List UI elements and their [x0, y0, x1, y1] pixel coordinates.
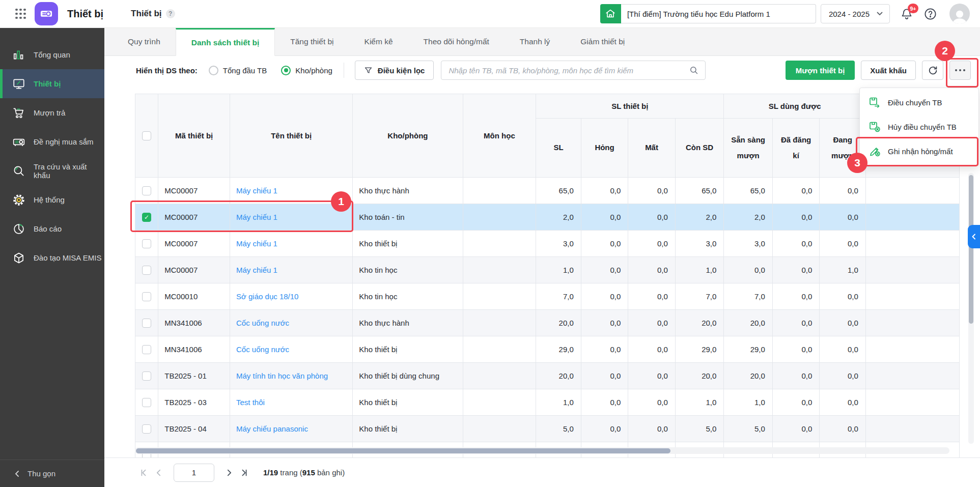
- column-code[interactable]: Mã thiết bị: [158, 94, 230, 178]
- tab-danh-sach-thiet-bi[interactable]: Danh sách thiết bị: [176, 28, 275, 56]
- row-checkbox[interactable]: [142, 186, 151, 195]
- prev-page-button[interactable]: [151, 465, 166, 480]
- app-title: Thiết bị: [67, 8, 103, 20]
- cell-hong: 0,0: [581, 363, 628, 389]
- search-input[interactable]: [449, 66, 689, 75]
- tab-tang-thiet-bi[interactable]: Tăng thiết bị: [275, 28, 349, 55]
- row-checkbox-checked[interactable]: ✓: [142, 213, 151, 222]
- last-page-button[interactable]: [237, 465, 252, 480]
- avatar[interactable]: [949, 4, 970, 24]
- menu-item-dieu-chuyen-tb[interactable]: Điều chuyển TB: [860, 90, 978, 114]
- export-button[interactable]: Xuất khẩu: [861, 61, 916, 80]
- more-actions-button[interactable]: [949, 61, 971, 80]
- device-name-link[interactable]: Sở giáo dục 18/10: [236, 292, 298, 301]
- table-row[interactable]: MC00010Sở giáo dục 18/10Kho tin học7,00,…: [135, 283, 960, 310]
- row-checkbox[interactable]: [142, 292, 151, 301]
- school-input[interactable]: [621, 4, 816, 23]
- sidebar-item-bao-cao[interactable]: Báo cáo: [0, 214, 104, 243]
- tab-giam-thiet-bi[interactable]: Giảm thiết bị: [565, 28, 640, 55]
- cell-device-code: MC00007: [158, 204, 230, 231]
- table-row[interactable]: MN341006Cốc uống nướcKho thiết bị29,00,0…: [135, 336, 960, 363]
- device-name-link[interactable]: Máy chiếu 1: [236, 186, 277, 195]
- panel-collapse-tab[interactable]: [968, 225, 980, 248]
- column-dang-muon[interactable]: Đang mượn: [820, 119, 866, 178]
- table-row[interactable]: MC00007Máy chiếu 1Kho tin học1,00,00,01,…: [135, 257, 960, 283]
- sidebar-item-tra-cuu[interactable]: Tra cứu và xuất khẩu: [0, 156, 104, 185]
- sidebar-collapse-button[interactable]: Thu gọn: [0, 460, 104, 487]
- borrow-device-button[interactable]: Mượn thiết bị: [786, 61, 855, 80]
- table-row[interactable]: ✓MC00007Máy chiếu 1Kho toán - tin2,00,00…: [135, 204, 960, 231]
- table-row[interactable]: MC00007Máy chiếu 1Kho thực hành65,00,00,…: [135, 178, 960, 204]
- tab-kiem-ke[interactable]: Kiểm kê: [349, 28, 408, 55]
- menu-item-huy-dieu-chuyen-tb[interactable]: Hủy điều chuyển TB: [860, 114, 978, 139]
- device-name-link[interactable]: Máy chiếu 1: [236, 239, 277, 248]
- cell-dang_muon: 0,0: [820, 231, 866, 257]
- menu-item-ghi-nhan-hong-mat[interactable]: Ghi nhận hỏng/mất: [860, 139, 978, 163]
- column-da-dang-ki[interactable]: Đã đăng kí: [772, 119, 820, 178]
- notification-bell-icon[interactable]: 9+: [900, 7, 913, 20]
- device-name-link[interactable]: Cốc uống nước: [236, 319, 289, 327]
- tab-theo-doi-hong-mat[interactable]: Theo dõi hỏng/mất: [408, 28, 505, 55]
- refresh-button[interactable]: [922, 61, 943, 80]
- device-name-link[interactable]: Máy chiếu 1: [236, 213, 277, 221]
- help-icon[interactable]: [923, 7, 937, 21]
- horizontal-scrollbar[interactable]: [135, 447, 949, 454]
- column-subject[interactable]: Môn học: [463, 94, 536, 178]
- column-sl[interactable]: SL: [536, 119, 581, 178]
- table-row[interactable]: TB2025 - 04Máy chiếu panasonicKho thiết …: [135, 416, 960, 442]
- table-row[interactable]: MC00007Máy chiếu 1Kho thiết bị3,00,00,03…: [135, 231, 960, 257]
- tab-thanh-ly[interactable]: Thanh lý: [505, 28, 565, 55]
- year-select[interactable]: 2024 - 2025: [821, 4, 890, 23]
- vertical-scrollbar[interactable]: [968, 173, 974, 444]
- cell-room: Kho thiết bị: [353, 416, 463, 442]
- row-checkbox[interactable]: [142, 398, 151, 407]
- first-page-button[interactable]: [136, 465, 151, 480]
- cell-device-name: Máy chiếu 1: [230, 257, 353, 283]
- row-checkbox[interactable]: [142, 239, 151, 248]
- row-checkbox[interactable]: [142, 371, 151, 381]
- row-checkbox-cell: [135, 416, 158, 442]
- device-name-link[interactable]: Test thôi: [236, 398, 265, 407]
- cell-sl: 7,0: [536, 283, 581, 310]
- row-checkbox[interactable]: [142, 345, 151, 354]
- row-checkbox[interactable]: [142, 424, 151, 434]
- next-page-button[interactable]: [221, 465, 237, 480]
- page-number-input[interactable]: [174, 464, 214, 482]
- table-row[interactable]: TB2025 - 01Máy tính tin học văn phòngKho…: [135, 363, 960, 389]
- toolbar: Hiển thị DS theo: Tổng đầu TB Kho/phòng …: [104, 56, 980, 84]
- radio-tong-dau-tb[interactable]: Tổng đầu TB: [209, 66, 267, 75]
- cell-con_sd: 20,0: [675, 310, 724, 336]
- sidebar-item-de-nghi-mua-sam[interactable]: Đề nghị mua sắm: [0, 127, 104, 156]
- chevron-left-icon: [971, 234, 976, 240]
- school-home-icon[interactable]: [600, 4, 621, 23]
- tab-quy-trinh[interactable]: Quy trình: [113, 28, 176, 55]
- column-mat[interactable]: Mất: [628, 119, 676, 178]
- sidebar-item-he-thong[interactable]: Hệ thống: [0, 185, 104, 214]
- search-icon[interactable]: [689, 66, 698, 75]
- column-hong[interactable]: Hỏng: [581, 119, 628, 178]
- column-con-sd[interactable]: Còn SD: [675, 119, 724, 178]
- app-logo: [35, 2, 58, 25]
- device-name-link[interactable]: Máy tính tin học văn phòng: [236, 371, 328, 380]
- sidebar-item-thiet-bi[interactable]: Thiết bị: [0, 69, 104, 98]
- column-san-sang-muon[interactable]: Sẵn sàng mượn: [724, 119, 773, 178]
- row-checkbox[interactable]: [142, 266, 151, 275]
- horizontal-scrollbar-thumb[interactable]: [136, 448, 670, 453]
- sidebar-item-tong-quan[interactable]: Tổng quan: [0, 40, 104, 69]
- row-checkbox[interactable]: [142, 319, 151, 328]
- table-row[interactable]: TB2025 - 03Test thôiKho thiết bị1,00,00,…: [135, 389, 960, 416]
- column-name[interactable]: Tên thiết bị: [230, 94, 353, 178]
- page-help-icon[interactable]: ?: [166, 9, 175, 18]
- column-room[interactable]: Kho/phòng: [353, 94, 463, 178]
- sidebar-item-muon-tra[interactable]: Mượn trả: [0, 98, 104, 127]
- sidebar-item-dao-tao[interactable]: Đào tạo MISA EMIS: [0, 243, 104, 272]
- select-all-checkbox[interactable]: [142, 131, 151, 140]
- device-name-link[interactable]: Máy chiếu 1: [236, 266, 277, 274]
- device-name-link[interactable]: Máy chiếu panasonic: [236, 424, 308, 433]
- vertical-scrollbar-thumb[interactable]: [969, 175, 973, 324]
- table-row[interactable]: MN341006Cốc uống nướcKho thực hành20,00,…: [135, 310, 960, 336]
- device-name-link[interactable]: Cốc uống nước: [236, 345, 289, 354]
- filter-button[interactable]: Điều kiện lọc: [355, 61, 434, 80]
- app-grid-icon[interactable]: [14, 7, 27, 21]
- radio-kho-phong[interactable]: Kho/phòng: [281, 66, 332, 75]
